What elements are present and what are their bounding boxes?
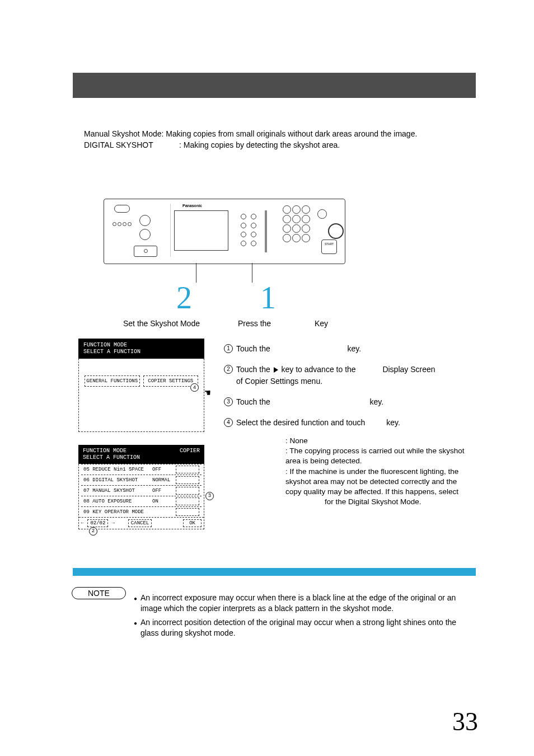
callout-line-1 <box>252 263 252 283</box>
pointer-hand-icon: ☚ <box>204 387 210 399</box>
note-badge: NOTE <box>72 587 126 599</box>
callout-badge-2: 2 <box>89 527 97 536</box>
triangle-right-icon <box>274 367 278 373</box>
step-bullet-4: 4 <box>224 418 233 427</box>
screen2-line2: SELECT A FUNCTION <box>83 454 140 461</box>
brand-label: Panasonic <box>182 204 202 208</box>
screen1-general-functions: GENERAL FUNCTIONS <box>85 375 140 387</box>
panel-keypad: START <box>282 205 341 258</box>
callout-badge-4: 4 <box>190 383 199 392</box>
intro-text-2: : Making copies by detecting the skyshot… <box>179 140 340 151</box>
screen2-line1: FUNCTION MODE <box>83 448 140 454</box>
section-divider-bar <box>73 568 476 576</box>
step-number-1: 1 <box>260 280 276 316</box>
page-number: 33 <box>452 707 478 736</box>
step-bullet-2: 2 <box>224 365 233 374</box>
list-item: 07 MANUAL SKYSHOT OFF <box>81 485 202 496</box>
list-item: 08 AUTO EXPOSURE ON <box>81 496 202 506</box>
step1-caption: Press the Key <box>238 319 350 328</box>
intro-text-1: : Making copies from small originals wit… <box>162 129 418 140</box>
step2-caption: Set the Skyshot Mode <box>123 319 200 328</box>
lcd-screen-copier-settings: FUNCTION MODE SELECT A FUNCTION COPIER 0… <box>78 445 204 529</box>
note-item: An incorrect exposure may occur when the… <box>140 593 475 614</box>
list-item: 09 KEY OPERATOR MODE <box>81 506 202 517</box>
intro-label-1: Manual Skyshot Mode <box>84 129 162 140</box>
screen1-line2: SELECT A FUNCTION <box>83 349 199 355</box>
step-bullet-3: 3 <box>224 397 233 406</box>
intro-label-2: DIGITAL SKYSHOT <box>84 140 179 151</box>
screen2-right: COPIER <box>180 448 200 461</box>
panel-left-controls <box>109 204 171 257</box>
arrow-right-icon: → <box>111 520 114 526</box>
start-key-label: START <box>321 240 337 254</box>
screen1-copier-settings: COPIER SETTINGS <box>143 375 199 387</box>
arrow-left-icon: ← <box>81 520 84 526</box>
screen2-page-indicator: 02/02 <box>87 519 108 527</box>
callout-line-2 <box>196 263 196 283</box>
list-item: 06 DIGITAL SKYSHOT NORMAL 3 <box>81 475 202 485</box>
step-bullet-1: 1 <box>224 344 233 353</box>
options-description: : None : The copying process is carried … <box>285 436 465 508</box>
panel-mid-buttons <box>234 204 276 257</box>
list-item: 05 REDUCE Nin1 SPACE OFF <box>81 464 202 475</box>
step-number-2: 2 <box>176 280 192 316</box>
intro-block: Manual Skyshot Mode : Making copies from… <box>84 129 476 151</box>
screen2-cancel: CANCEL <box>128 519 152 527</box>
note-item: An incorrect position detection of the o… <box>140 617 475 638</box>
note-list: An incorrect exposure may occur when the… <box>134 593 475 642</box>
control-panel-illustration: Panasonic START <box>104 199 345 264</box>
screen1-line1: FUNCTION MODE <box>83 342 199 349</box>
lcd-screen-function-mode: FUNCTION MODE SELECT A FUNCTION GENERAL … <box>78 339 204 432</box>
callout-badge-3: 3 <box>205 492 214 500</box>
steps-list: 1 Touch the key. 2 Touch the key to adva… <box>224 343 465 438</box>
header-bar <box>73 73 476 98</box>
screen2-ok: OK <box>183 519 202 527</box>
panel-display-screen <box>174 210 228 251</box>
